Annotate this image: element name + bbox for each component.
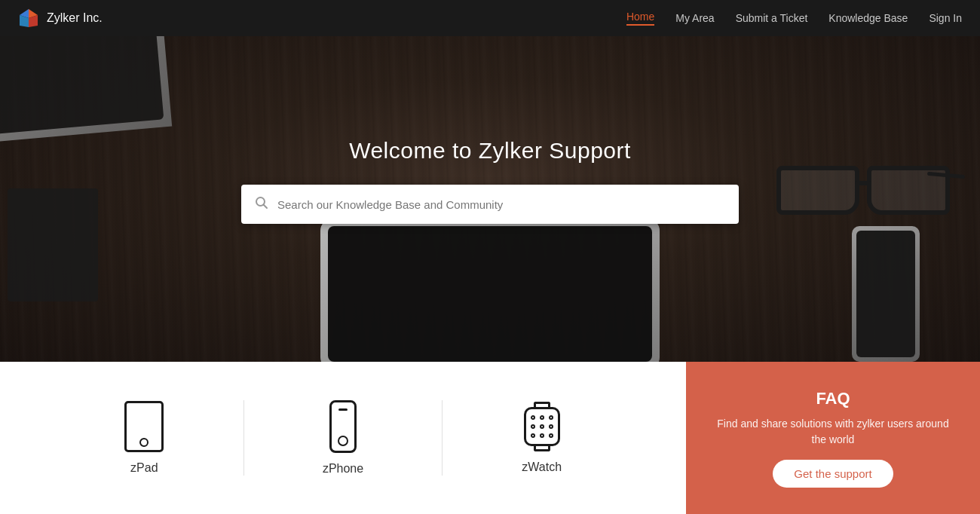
glasses-left-lens <box>776 166 859 215</box>
search-input[interactable] <box>277 198 725 211</box>
nav-home[interactable]: Home <box>626 11 654 26</box>
zpad-label: zPad <box>130 461 158 475</box>
brand-name: Zylker Inc. <box>47 11 103 25</box>
hero-title: Welcome to Zylker Support <box>349 138 631 164</box>
tablet-decoration <box>320 219 660 362</box>
hero-section: Welcome to Zylker Support <box>0 0 980 362</box>
zphone-label: zPhone <box>323 462 363 476</box>
product-zphone: zPhone <box>244 400 443 476</box>
products-section: zPad zPhone <box>0 362 686 514</box>
phone-right-decoration <box>852 226 920 362</box>
faq-section: FAQ Find and share solutions with zylker… <box>686 362 980 514</box>
zphone-icon <box>329 400 357 453</box>
logo-icon <box>18 8 39 29</box>
brand-logo[interactable]: Zylker Inc. <box>18 8 103 29</box>
navbar: Zylker Inc. Home My Area Submit a Ticket… <box>0 0 980 36</box>
zwatch-label: zWatch <box>522 460 562 474</box>
zpad-icon <box>124 401 164 452</box>
search-bar[interactable] <box>241 185 739 224</box>
faq-description: Find and share solutions with zylker use… <box>709 416 957 448</box>
faq-title: FAQ <box>816 389 850 408</box>
search-icon <box>255 196 268 213</box>
product-zpad: zPad <box>45 401 243 475</box>
nav-submit-ticket[interactable]: Submit a Ticket <box>736 12 808 24</box>
notepad-decoration <box>8 188 98 301</box>
svg-line-5 <box>264 204 268 208</box>
hero-content: Welcome to Zylker Support <box>241 138 739 224</box>
lower-section: zPad zPhone <box>0 362 980 514</box>
zwatch-band-bottom <box>534 444 550 451</box>
nav-knowledge-base[interactable]: Knowledge Base <box>828 12 908 24</box>
product-zwatch: zWatch <box>443 402 641 474</box>
nav-sign-in[interactable]: Sign In <box>929 12 962 24</box>
nav-links: Home My Area Submit a Ticket Knowledge B… <box>626 11 962 26</box>
zwatch-dots <box>530 415 554 439</box>
get-support-button[interactable]: Get the support <box>773 460 893 488</box>
nav-my-area[interactable]: My Area <box>675 12 714 24</box>
glasses-bridge <box>855 181 871 185</box>
zwatch-icon <box>520 402 564 451</box>
